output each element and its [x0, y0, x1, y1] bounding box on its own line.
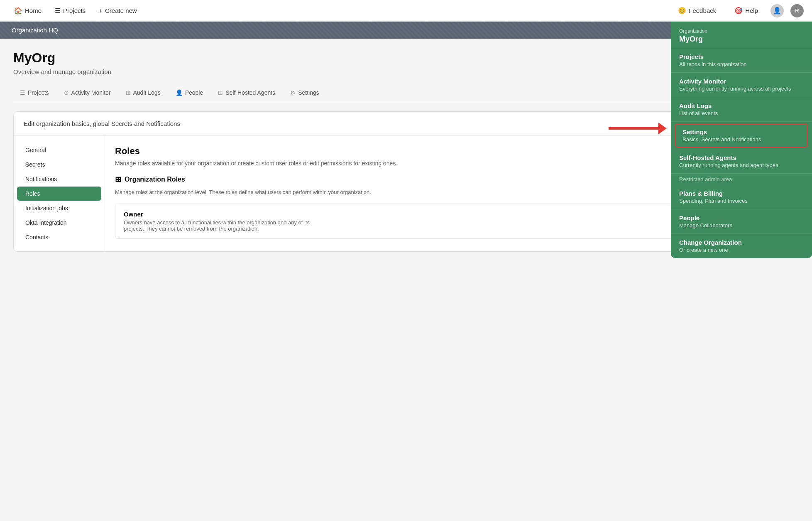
tab-audit-icon: ⊞ — [126, 89, 131, 96]
projects-label: Projects — [63, 7, 86, 14]
tab-people-label: People — [185, 89, 203, 96]
user-avatar-photo[interactable]: 👤 — [770, 4, 784, 17]
help-button[interactable]: 🎯 Help — [729, 4, 764, 17]
create-new-label: Create new — [105, 7, 137, 14]
feedback-icon: 😊 — [678, 7, 686, 15]
tab-activity-monitor[interactable]: ⊙ Activity Monitor — [57, 85, 117, 101]
dropdown-item-change-org[interactable]: Change Organization Or create a new one — [671, 234, 812, 258]
dropdown-item-self-hosted-agents[interactable]: Self-Hosted Agents Currently running age… — [671, 149, 812, 174]
top-navigation: 🏠 Home ☰ Projects + Create new 😊 Feedbac… — [0, 0, 812, 22]
dropdown-item-people[interactable]: People Manage Collaborators — [671, 209, 812, 234]
dropdown-item-settings[interactable]: Settings Basics, Secrets and Notificatio… — [675, 123, 808, 147]
settings-sidebar: General Secrets Notifications Roles Init… — [14, 136, 105, 251]
dropdown-item-audit-logs[interactable]: Audit Logs List of all events — [671, 97, 812, 122]
tab-projects-icon: ☰ — [20, 89, 25, 96]
dropdown-item-activity-monitor[interactable]: Activity Monitor Everything currently ru… — [671, 73, 812, 97]
sidebar-item-roles[interactable]: Roles — [17, 187, 101, 201]
tab-settings-icon: ⚙ — [290, 89, 296, 96]
home-icon: 🏠 — [14, 7, 22, 15]
owner-role-desc: Owners have access to all functionalitie… — [124, 219, 323, 232]
feedback-button[interactable]: 😊 Feedback — [672, 4, 722, 17]
avatar-initial: R — [795, 7, 799, 14]
org-roles-title: Organization Roles — [125, 176, 185, 183]
sidebar-item-secrets[interactable]: Secrets — [17, 157, 101, 172]
tab-settings[interactable]: ⚙ Settings — [284, 85, 326, 101]
dropdown-org-label: Organization — [679, 28, 804, 34]
projects-button[interactable]: ☰ Projects — [49, 4, 91, 17]
create-new-button[interactable]: + Create new — [93, 5, 142, 17]
projects-icon: ☰ — [55, 7, 61, 15]
tab-agents-icon: ⊡ — [218, 89, 223, 96]
dropdown-restricted-label: Restricted admin area — [671, 174, 812, 185]
feedback-label: Feedback — [689, 7, 716, 14]
sidebar-item-initialization-jobs[interactable]: Initialization jobs — [17, 201, 101, 215]
tab-projects-label: Projects — [28, 89, 49, 96]
sidebar-item-contacts[interactable]: Contacts — [17, 230, 101, 244]
tab-audit-logs[interactable]: ⊞ Audit Logs — [119, 85, 167, 101]
dropdown-item-projects[interactable]: Projects All repos in this organization — [671, 48, 812, 73]
tab-activity-icon: ⊙ — [64, 89, 69, 96]
sidebar-item-okta-integration[interactable]: Okta Integration — [17, 216, 101, 230]
sidebar-item-notifications[interactable]: Notifications — [17, 172, 101, 186]
sidebar-item-general[interactable]: General — [17, 143, 101, 157]
user-avatar-initial[interactable]: R — [790, 4, 804, 17]
tab-settings-label: Settings — [298, 89, 319, 96]
tab-people[interactable]: 👤 People — [169, 85, 210, 101]
dropdown-menu[interactable]: Organization MyOrg Projects All repos in… — [671, 22, 812, 258]
tab-audit-label: Audit Logs — [133, 89, 161, 96]
org-header-label: Organization HQ — [12, 27, 58, 34]
card-header-text: Edit organization basics, global Secrets… — [24, 120, 180, 127]
tab-agents-label: Self-Hosted Agents — [225, 89, 275, 96]
dropdown-item-plans-billing[interactable]: Plans & Billing Spending, Plan and Invoi… — [671, 185, 812, 209]
dropdown-org-name: MyOrg — [679, 35, 804, 44]
help-icon: 🎯 — [734, 7, 743, 15]
tab-activity-label: Activity Monitor — [71, 89, 111, 96]
plus-icon: + — [99, 7, 103, 14]
org-roles-icon: ⊞ — [115, 175, 121, 184]
owner-role-info: Owner Owners have access to all function… — [124, 211, 323, 232]
tab-projects[interactable]: ☰ Projects — [13, 85, 56, 101]
tab-self-hosted-agents[interactable]: ⊡ Self-Hosted Agents — [211, 85, 282, 101]
help-label: Help — [745, 7, 758, 14]
owner-role-name: Owner — [124, 211, 323, 218]
dropdown-org-header: Organization MyOrg — [671, 22, 812, 48]
home-label: Home — [25, 7, 42, 14]
tab-people-icon: 👤 — [176, 89, 183, 96]
home-button[interactable]: 🏠 Home — [8, 4, 47, 17]
